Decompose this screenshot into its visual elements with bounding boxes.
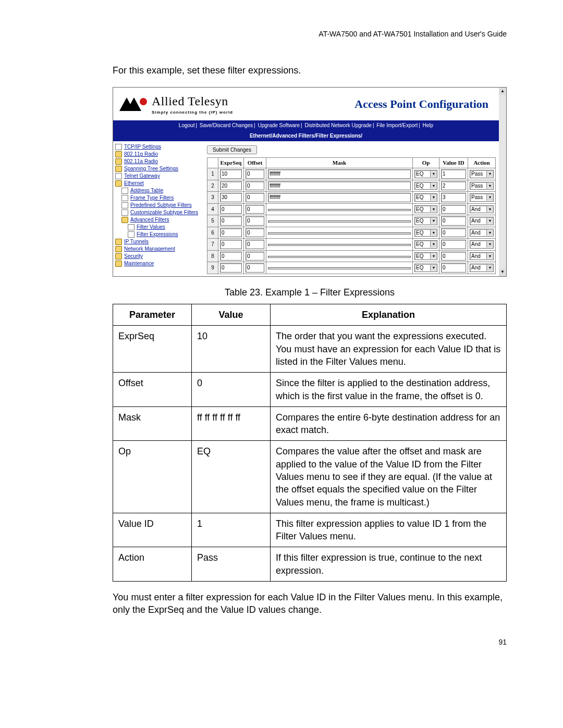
op-select[interactable]: EQ▼	[414, 193, 437, 202]
action-select[interactable]: And▼	[470, 205, 494, 214]
action-select[interactable]: And▼	[470, 264, 494, 272]
scroll-down-icon[interactable]: ▼	[499, 269, 506, 276]
col-header: Value ID	[439, 158, 468, 168]
op-select[interactable]: EQ▼	[414, 252, 437, 261]
exprseq-input[interactable]: 0	[220, 263, 242, 273]
nav-link[interactable]: Distributed Network Upgrade	[304, 122, 371, 128]
nav-link[interactable]: File Import/Export	[376, 122, 418, 128]
offset-input[interactable]: 0	[246, 205, 264, 214]
action-select[interactable]: Pass▼	[470, 170, 494, 178]
value-id-input[interactable]: 0	[441, 216, 466, 226]
sidebar-item[interactable]: Security	[115, 253, 204, 260]
table-row: 500EQ▼0And▼	[207, 215, 496, 227]
folder-icon	[115, 180, 122, 187]
nav-link[interactable]: Logout	[179, 122, 195, 128]
sidebar-item[interactable]: Customizable Subtype Filters	[115, 209, 204, 216]
op-select[interactable]: EQ▼	[414, 182, 437, 190]
sidebar-item-label: Spanning Tree Settings	[124, 165, 178, 172]
action-select[interactable]: And▼	[470, 229, 494, 237]
sidebar-item[interactable]: Spanning Tree Settings	[115, 165, 204, 172]
submit-changes-button[interactable]: Submit Changes	[207, 145, 257, 154]
brand-name: Allied Telesyn	[152, 94, 228, 108]
exprseq-input[interactable]: 0	[220, 228, 242, 238]
value-id-input[interactable]: 0	[441, 228, 466, 238]
offset-input[interactable]: 0	[246, 169, 264, 179]
offset-input[interactable]: 0	[246, 216, 264, 226]
exprseq-input[interactable]: 0	[220, 216, 242, 226]
value-id-input[interactable]: 1	[441, 169, 466, 179]
exprseq-input[interactable]: 0	[220, 205, 242, 214]
mask-input[interactable]	[268, 244, 411, 246]
nav-link[interactable]: Help	[423, 122, 434, 128]
sidebar-item[interactable]: 802.11g Radio	[115, 151, 204, 158]
nav-link[interactable]: Upgrade Software	[258, 122, 300, 128]
logo-mark-icon	[119, 97, 149, 111]
value-id-input[interactable]: 0	[441, 240, 466, 249]
sidebar-item[interactable]: Maintenance	[115, 260, 204, 267]
action-select[interactable]: And▼	[470, 217, 494, 225]
mask-input[interactable]	[268, 256, 411, 258]
col-header: Parameter	[113, 304, 192, 326]
sidebar-item[interactable]: Filter Expressions	[115, 231, 204, 238]
table-cell: ff ff ff ff ff ff	[192, 406, 271, 441]
table-row: 600EQ▼0And▼	[207, 227, 496, 239]
action-select[interactable]: Pass▼	[470, 182, 494, 190]
op-select[interactable]: EQ▼	[414, 217, 437, 225]
value-id-input[interactable]: 0	[441, 252, 466, 261]
sidebar-item[interactable]: Advanced Filters	[115, 216, 204, 224]
nav-link[interactable]: Save/Discard Changes	[200, 122, 253, 128]
mask-input[interactable]: ffffffff	[268, 169, 411, 179]
mask-input[interactable]	[268, 220, 411, 223]
op-select[interactable]: EQ▼	[414, 170, 437, 178]
table-row: Offset0Since the filter is applied to th…	[113, 373, 507, 407]
value-id-input[interactable]: 3	[441, 193, 466, 202]
page-icon	[115, 144, 122, 150]
offset-input[interactable]: 0	[246, 181, 264, 191]
screenshot-scrollbar[interactable]: ▲ ▼	[499, 88, 506, 276]
top-nav: Logout| Save/Discard Changes| Upgrade So…	[113, 120, 499, 131]
op-select[interactable]: EQ▼	[414, 205, 437, 214]
sidebar-item[interactable]: 802.11a Radio	[115, 158, 204, 165]
sidebar-item[interactable]: TCP/IP Settings	[115, 143, 204, 151]
sidebar-item[interactable]: Frame Type Filters	[115, 194, 204, 202]
offset-input[interactable]: 0	[246, 252, 264, 261]
value-id-input[interactable]: 0	[441, 263, 466, 273]
exprseq-input[interactable]: 0	[220, 252, 242, 261]
offset-input[interactable]: 0	[246, 228, 264, 238]
offset-input[interactable]: 0	[246, 193, 264, 202]
sidebar-item[interactable]: Predefined Subtype Filters	[115, 202, 204, 209]
sidebar-item[interactable]: Address Table	[115, 187, 204, 194]
action-select[interactable]: And▼	[470, 252, 494, 261]
action-select[interactable]: Pass▼	[470, 193, 494, 202]
chevron-down-icon: ▼	[430, 218, 437, 224]
op-select[interactable]: EQ▼	[414, 240, 437, 249]
mask-input[interactable]: ffffffff	[268, 181, 411, 191]
exprseq-input[interactable]: 0	[220, 240, 242, 249]
action-select[interactable]: And▼	[470, 240, 494, 249]
table-cell: 1	[192, 513, 271, 547]
table-cell: Mask	[113, 406, 192, 441]
row-index: 9	[207, 262, 218, 274]
mask-input[interactable]	[268, 232, 411, 235]
op-select[interactable]: EQ▼	[414, 229, 437, 237]
exprseq-input[interactable]: 10	[220, 169, 242, 179]
value-id-input[interactable]: 2	[441, 181, 466, 191]
sidebar-item[interactable]: Telnet Gateway	[115, 172, 204, 180]
op-select[interactable]: EQ▼	[414, 264, 437, 272]
folder-icon	[121, 217, 128, 223]
sidebar-item[interactable]: Ethernet	[115, 180, 204, 187]
breadcrumb: Ethernet/Advanced Filters/Filter Express…	[113, 131, 499, 142]
sidebar-item[interactable]: Filter Values	[115, 224, 204, 231]
exprseq-input[interactable]: 20	[220, 181, 242, 191]
offset-input[interactable]: 0	[246, 263, 264, 273]
sidebar-item[interactable]: Network Management	[115, 245, 204, 253]
offset-input[interactable]: 0	[246, 240, 264, 249]
sidebar-item[interactable]: IP Tunnels	[115, 238, 204, 245]
exprseq-input[interactable]: 30	[220, 193, 242, 202]
value-id-input[interactable]: 0	[441, 205, 466, 214]
table-cell: Offset	[113, 373, 192, 407]
mask-input[interactable]	[268, 267, 411, 269]
mask-input[interactable]	[268, 209, 411, 211]
scroll-up-icon[interactable]: ▲	[499, 88, 506, 95]
mask-input[interactable]: ffffffff	[268, 193, 411, 202]
